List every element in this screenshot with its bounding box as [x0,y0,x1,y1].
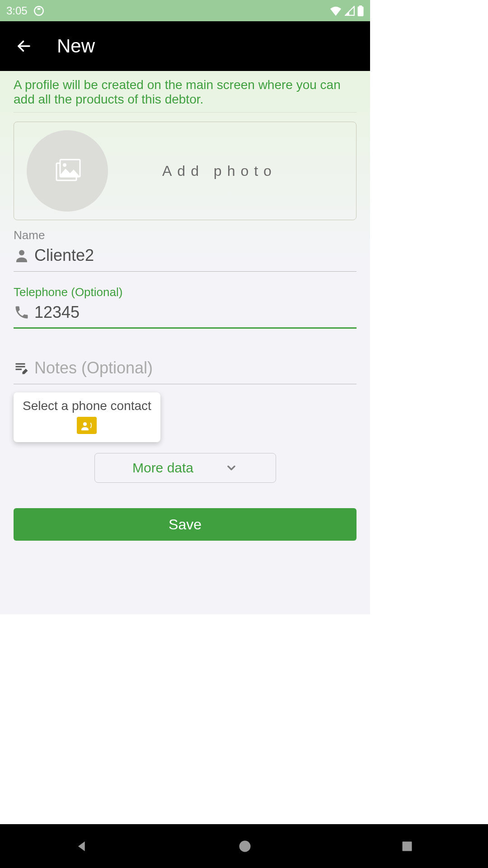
telephone-label: Telephone (Optional) [14,285,357,299]
name-value: Cliente2 [34,246,94,265]
battery-icon [357,5,364,16]
svg-point-0 [34,6,43,15]
phone-icon [14,304,30,321]
avatar-placeholder [27,130,108,212]
telephone-field[interactable]: 12345 [14,300,357,329]
more-data-label: More data [132,460,193,476]
name-field[interactable]: Cliente2 [14,243,357,272]
svg-rect-2 [359,5,362,7]
content: A profile will be created on the main sc… [0,71,370,614]
add-photo-box[interactable]: Add photo [14,122,357,220]
photo-icon [54,159,81,183]
more-data-button[interactable]: More data [94,453,276,483]
notes-field[interactable]: Notes (Optional) [14,356,357,384]
add-photo-label: Add photo [162,163,277,179]
save-label: Save [169,516,202,533]
select-contact-card[interactable]: Select a phone contact [14,392,160,442]
page-title: New [57,35,95,57]
notes-icon [14,360,30,376]
person-icon [14,247,30,264]
save-button[interactable]: Save [14,508,357,541]
chevron-down-icon [225,462,238,474]
svg-point-7 [83,422,87,426]
app-header: New [0,21,370,71]
svg-rect-1 [357,6,363,16]
contact-phone-icon [77,417,97,434]
signal-icon [345,6,355,16]
status-time: 3:05 [6,5,28,17]
hint-text: A profile will be created on the main sc… [14,71,357,113]
svg-point-6 [19,250,24,255]
svg-point-5 [63,163,66,167]
name-label: Name [14,228,357,242]
select-contact-label: Select a phone contact [23,399,151,413]
do-not-disturb-icon [33,5,45,17]
telephone-value: 12345 [34,303,80,322]
back-icon[interactable] [16,38,32,54]
status-bar: 3:05 [0,0,370,21]
wifi-icon [329,6,342,16]
notes-placeholder: Notes (Optional) [34,359,153,377]
